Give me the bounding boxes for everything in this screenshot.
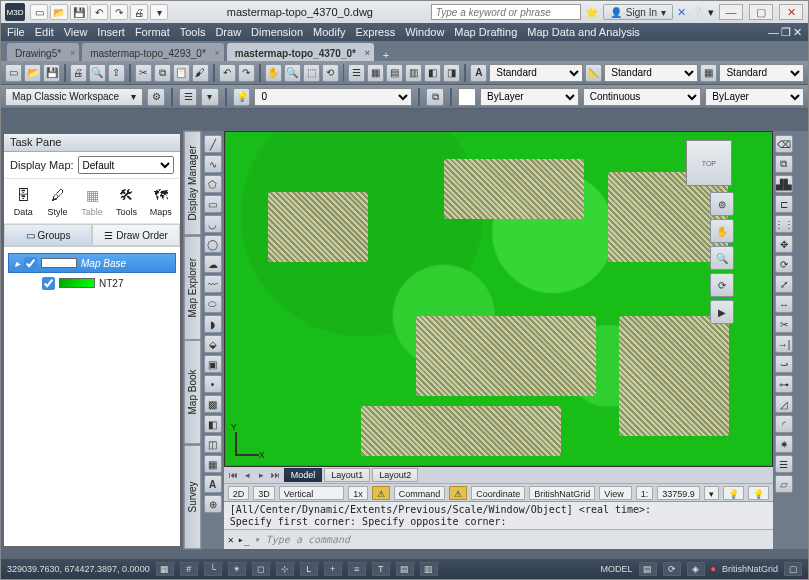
explode-icon[interactable]: ✷ [775, 435, 793, 453]
textstyle-icon[interactable]: A [470, 64, 487, 82]
layer-states-icon[interactable]: ▾ [201, 88, 219, 106]
layer-vis-checkbox[interactable] [42, 277, 55, 290]
status-bulb-icon[interactable]: 💡 [723, 486, 744, 500]
text-icon[interactable]: A [204, 475, 222, 493]
fillet-icon[interactable]: ◜ [775, 415, 793, 433]
dc-icon[interactable]: ▦ [367, 64, 384, 82]
tablestyle-icon[interactable]: ▦ [700, 64, 717, 82]
rotate-icon[interactable]: ⟳ [775, 255, 793, 273]
dimstyle-icon[interactable]: 📐 [585, 64, 602, 82]
stretch-icon[interactable]: ↔ [775, 295, 793, 313]
preview-icon[interactable]: 🔍 [89, 64, 106, 82]
nav-wheel-icon[interactable]: ⊚ [710, 192, 734, 216]
insert-icon[interactable]: ⬙ [204, 335, 222, 353]
zoom-window-icon[interactable]: ⬚ [303, 64, 320, 82]
save-icon[interactable]: 💾 [43, 64, 60, 82]
mdi-minimize-icon[interactable]: — [768, 26, 779, 39]
table-icon[interactable]: ▦ [204, 455, 222, 473]
close-icon[interactable]: ✕ [779, 4, 803, 20]
menu-map-drafting[interactable]: Map Drafting [454, 26, 517, 38]
publish-icon[interactable]: ⇪ [108, 64, 125, 82]
record-icon[interactable]: ● [711, 564, 716, 574]
model-button[interactable]: MODEL [601, 564, 633, 574]
tab-close-icon[interactable]: × [215, 48, 220, 58]
status-vex-value[interactable]: 1x [348, 486, 368, 500]
copy2-icon[interactable]: ⧉ [775, 155, 793, 173]
revcloud-icon[interactable]: ☁ [204, 255, 222, 273]
tab-close-icon[interactable]: × [70, 48, 75, 58]
ws-settings-icon[interactable]: ⚙ [147, 88, 165, 106]
arc-icon[interactable]: ◡ [204, 215, 222, 233]
menu-insert[interactable]: Insert [97, 26, 125, 38]
erase-icon[interactable]: ⌫ [775, 135, 793, 153]
minimize-icon[interactable]: — [719, 4, 743, 20]
polar-icon[interactable]: ✴ [228, 562, 246, 576]
command-line[interactable]: ✕ ▸_ ▾ Type a command [224, 529, 773, 549]
expand-icon[interactable]: ▸ [15, 258, 20, 269]
gradient-icon[interactable]: ◧ [204, 415, 222, 433]
pline-icon[interactable]: ∿ [204, 155, 222, 173]
scrollbar[interactable] [795, 131, 808, 549]
menu-draw[interactable]: Draw [215, 26, 241, 38]
print-icon[interactable]: 🖨 [70, 64, 87, 82]
sidetab-map-explorer[interactable]: Map Explorer [183, 236, 201, 341]
tab-add-icon[interactable]: + [377, 49, 395, 61]
otrack-icon[interactable]: ⊹ [276, 562, 294, 576]
qat-redo-icon[interactable]: ↷ [110, 4, 128, 20]
mdi-close-icon[interactable]: ✕ [793, 26, 802, 39]
layout1-tab[interactable]: Layout1 [324, 468, 370, 482]
layout-first-icon[interactable]: ⏮ [228, 470, 240, 480]
rect-icon[interactable]: ▭ [204, 195, 222, 213]
region-icon[interactable]: ◫ [204, 435, 222, 453]
layer-item-map-base[interactable]: ▸ Map Base [8, 253, 176, 273]
color-select[interactable]: ByLayer [480, 88, 579, 106]
help-icon[interactable]: ❔ [690, 6, 704, 19]
menu-map-data[interactable]: Map Data and Analysis [527, 26, 640, 38]
maximize-icon[interactable]: ▢ [749, 4, 773, 20]
tp-table-button[interactable]: ▦Table [79, 185, 105, 217]
status-3d[interactable]: 3D [253, 486, 275, 500]
line-icon[interactable]: ╱ [204, 135, 222, 153]
warn-icon[interactable]: ⚠ [449, 486, 467, 500]
scale-icon[interactable]: ⤢ [775, 275, 793, 293]
zoom-icon[interactable]: 🔍 [284, 64, 301, 82]
cut-icon[interactable]: ✂ [135, 64, 152, 82]
sign-in-button[interactable]: 👤 Sign In ▾ [603, 4, 673, 20]
qat-more-icon[interactable]: ▾ [150, 4, 168, 20]
layer-vis-checkbox[interactable] [24, 257, 37, 270]
addsel-icon[interactable]: ⊕ [204, 495, 222, 513]
mirror-icon[interactable]: ▟▙ [775, 175, 793, 193]
tab-draw-order[interactable]: ☰Draw Order [92, 224, 180, 246]
menu-modify[interactable]: Modify [313, 26, 345, 38]
scale-list-icon[interactable]: ▤ [639, 562, 657, 576]
layer-item-nt27[interactable]: NT27 [8, 273, 176, 293]
menu-file[interactable]: File [7, 26, 25, 38]
tp-tools-button[interactable]: 🛠Tools [113, 185, 139, 217]
menu-view[interactable]: View [64, 26, 88, 38]
nav-pan-icon[interactable]: ✋ [710, 219, 734, 243]
sidetab-map-book[interactable]: Map Book [183, 340, 201, 445]
text-style-select[interactable]: Standard [489, 64, 583, 82]
status-cs-value[interactable]: BritishNatGrid [529, 486, 595, 500]
layout-model-tab[interactable]: Model [284, 468, 323, 482]
qcalc-icon[interactable]: ◨ [443, 64, 460, 82]
ellipse-arc-icon[interactable]: ◗ [204, 315, 222, 333]
layout2-tab[interactable]: Layout2 [372, 468, 418, 482]
join-icon[interactable]: ⊶ [775, 375, 793, 393]
ellipse-icon[interactable]: ⬭ [204, 295, 222, 313]
copy-icon[interactable]: ⧉ [154, 64, 171, 82]
sheet-set-icon[interactable]: ▥ [405, 64, 422, 82]
status-bulb2-icon[interactable]: 💡 [748, 486, 769, 500]
dyn-icon[interactable]: + [324, 562, 342, 576]
status-cmd[interactable]: Command [394, 486, 446, 500]
draworder-icon[interactable]: ☰ [775, 455, 793, 473]
polygon-icon[interactable]: ⬠ [204, 175, 222, 193]
ducs-icon[interactable]: L [300, 562, 318, 576]
lwt-icon[interactable]: ≡ [348, 562, 366, 576]
array-icon[interactable]: ⋮⋮ [775, 215, 793, 233]
doc-tab[interactable]: mastermap-topo_4293_0*× [82, 43, 224, 61]
extend-icon[interactable]: →| [775, 335, 793, 353]
cleanscreen-icon[interactable]: ▢ [784, 562, 802, 576]
match-icon[interactable]: 🖌 [192, 64, 209, 82]
qat-save-icon[interactable]: 💾 [70, 4, 88, 20]
